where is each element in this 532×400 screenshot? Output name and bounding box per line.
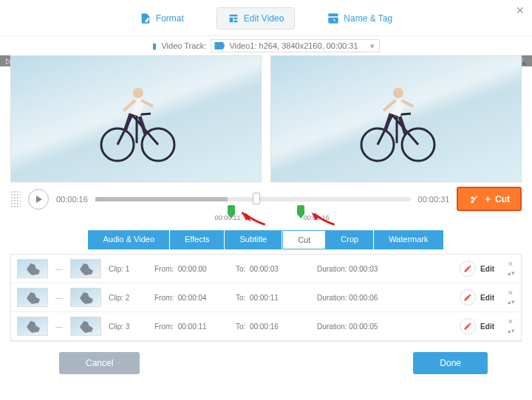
time-current: 00:00:16 bbox=[56, 195, 88, 204]
subtab-watermark[interactable]: Watermark bbox=[374, 230, 443, 249]
svg-point-2 bbox=[133, 88, 143, 98]
row-controls: ✕▴▾ bbox=[508, 318, 515, 334]
clip-row: —Clip: 2From: 00:00:04To: 00:00:11Durati… bbox=[11, 283, 521, 312]
reorder-icon[interactable]: ▴▾ bbox=[508, 327, 515, 334]
tab-format-label: Format bbox=[156, 13, 184, 24]
clip-from: From: 00:00:04 bbox=[154, 294, 228, 302]
time-end: 00:00:31 bbox=[418, 195, 450, 204]
clip-duration: Duration: 00:00:03 bbox=[317, 265, 391, 273]
row-controls: ✕▴▾ bbox=[508, 261, 515, 277]
timeline-progress bbox=[95, 197, 228, 201]
link-icon: — bbox=[55, 323, 63, 331]
result-preview bbox=[270, 55, 522, 182]
clip-thumb-from bbox=[17, 317, 48, 336]
clip-duration: Duration: 00:00:06 bbox=[317, 294, 391, 302]
marker-start[interactable] bbox=[228, 205, 235, 214]
pencil-icon bbox=[463, 264, 472, 273]
clip-row: —Clip: 3From: 00:00:11To: 00:00:16Durati… bbox=[11, 312, 521, 341]
preview-panels: Original Preview bbox=[0, 55, 532, 182]
track-value: Video1: h264, 3840x2160, 00:00:31 bbox=[229, 41, 358, 50]
close-icon[interactable]: ✕ bbox=[516, 4, 525, 16]
clip-row: —Clip: 1From: 00:00:00To: 00:00:03Durati… bbox=[11, 255, 521, 283]
tab-format[interactable]: Format bbox=[129, 7, 194, 30]
done-button[interactable]: Done bbox=[413, 352, 488, 374]
sub-tabs: Audio & Video Effects Subtitle Cut Crop … bbox=[0, 230, 532, 249]
link-icon: — bbox=[55, 294, 63, 302]
playhead[interactable] bbox=[253, 193, 260, 204]
clip-label: Clip: 2 bbox=[109, 294, 147, 302]
clip-thumb-to bbox=[70, 288, 101, 307]
clip-to: To: 00:00:16 bbox=[236, 323, 310, 331]
tab-nametag-label: Name & Tag bbox=[344, 13, 392, 24]
remove-clip-icon[interactable]: ✕ bbox=[508, 318, 515, 325]
scissors-icon bbox=[468, 194, 480, 204]
edit-clip-button[interactable]: Edit bbox=[460, 289, 494, 306]
clip-thumb-to bbox=[70, 317, 101, 336]
clip-to: To: 00:00:11 bbox=[236, 294, 310, 302]
subtab-audio-video[interactable]: Audio & Video bbox=[88, 230, 170, 249]
arrow-annotation-icon bbox=[310, 211, 338, 227]
play-button[interactable] bbox=[28, 189, 49, 210]
timeline: 00:00:16 00:00:31 + Cut bbox=[0, 182, 532, 213]
timeline-track[interactable] bbox=[95, 197, 411, 201]
remove-clip-icon[interactable]: ✕ bbox=[508, 261, 515, 268]
cut-button[interactable]: + Cut bbox=[457, 187, 522, 211]
edit-clip-button[interactable]: Edit bbox=[460, 261, 494, 277]
cut-button-label: Cut bbox=[495, 194, 510, 204]
clip-to: To: 00:00:03 bbox=[236, 265, 310, 273]
tab-name-tag[interactable]: Name & Tag bbox=[317, 7, 403, 30]
tab-edit-video[interactable]: Edit Video bbox=[216, 7, 296, 30]
subtab-crop[interactable]: Crop bbox=[326, 230, 374, 249]
track-label: Video Track: bbox=[161, 41, 206, 50]
reorder-icon[interactable]: ▴▾ bbox=[508, 269, 515, 277]
clip-label: Clip: 1 bbox=[109, 265, 147, 273]
remove-clip-icon[interactable]: ✕ bbox=[508, 289, 515, 297]
range-markers: 00:00:11 00:00:16 bbox=[126, 213, 443, 229]
arrow-annotation-icon bbox=[240, 211, 268, 227]
link-icon: — bbox=[55, 265, 63, 273]
video-frame-graphic bbox=[88, 78, 184, 168]
tab-edit-label: Edit Video bbox=[244, 13, 284, 24]
tag-icon bbox=[327, 13, 339, 24]
pencil-icon bbox=[463, 322, 472, 331]
clip-label: Clip: 3 bbox=[109, 323, 147, 331]
drag-handle-icon[interactable] bbox=[10, 190, 21, 208]
edit-video-icon bbox=[228, 13, 239, 24]
clip-thumb-to bbox=[70, 259, 101, 278]
video-track-row: ▮ Video Track: Video1: h264, 3840x2160, … bbox=[0, 36, 532, 55]
marker-end[interactable] bbox=[297, 205, 304, 214]
pencil-icon bbox=[463, 293, 472, 302]
clip-thumb-from bbox=[17, 259, 48, 278]
clip-from: From: 00:00:00 bbox=[154, 265, 228, 273]
video-track-select[interactable]: Video1: h264, 3840x2160, 00:00:31 bbox=[211, 39, 379, 52]
svg-point-5 bbox=[393, 88, 403, 98]
subtab-cut[interactable]: Cut bbox=[282, 230, 326, 249]
reorder-icon[interactable]: ▴▾ bbox=[508, 298, 515, 306]
row-controls: ✕▴▾ bbox=[508, 289, 515, 306]
subtab-subtitle[interactable]: Subtitle bbox=[225, 230, 282, 249]
clip-from: From: 00:00:11 bbox=[154, 323, 228, 331]
subtab-effects[interactable]: Effects bbox=[170, 230, 225, 249]
original-preview bbox=[10, 55, 262, 182]
marker-start-label: 00:00:11 bbox=[214, 214, 240, 221]
clip-thumb-from bbox=[17, 288, 48, 307]
top-tabs: Format Edit Video Name & Tag bbox=[0, 0, 532, 36]
edit-clip-button[interactable]: Edit bbox=[460, 318, 494, 334]
footer: Cancel Done bbox=[0, 342, 532, 385]
clip-duration: Duration: 00:00:05 bbox=[317, 323, 391, 331]
clip-list: —Clip: 1From: 00:00:00To: 00:00:03Durati… bbox=[10, 254, 522, 342]
cancel-button[interactable]: Cancel bbox=[59, 352, 140, 374]
format-icon bbox=[140, 13, 151, 24]
video-frame-graphic bbox=[348, 78, 444, 168]
